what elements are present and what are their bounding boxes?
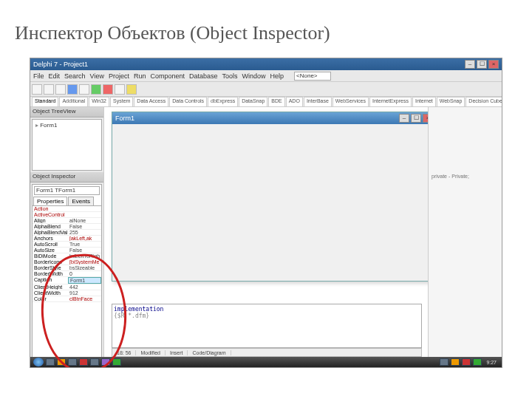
inspector-property-grid[interactable]: ActionActiveControlAlignalNoneAlphaBlend…	[33, 206, 101, 365]
property-value[interactable]: clBtnFace	[68, 296, 101, 301]
tray-icon[interactable]	[473, 358, 482, 366]
form-minimize-icon[interactable]: –	[399, 114, 409, 123]
property-row[interactable]: BorderWidth0	[33, 271, 101, 277]
menu-search[interactable]: Search	[64, 72, 86, 80]
open-icon[interactable]	[44, 84, 54, 95]
tab-decisioncube[interactable]: Decision Cube	[466, 97, 502, 106]
property-row[interactable]: AlphaBlendVal255	[33, 230, 101, 236]
form-design-surface[interactable]	[112, 124, 436, 281]
start-button-icon[interactable]	[33, 358, 44, 366]
property-row[interactable]: BorderIcons[biSystemMe	[33, 259, 101, 265]
tab-webservices[interactable]: WebServices	[332, 97, 369, 106]
property-row[interactable]: ClientWidth912	[33, 290, 101, 296]
close-icon[interactable]: ×	[488, 60, 499, 69]
tab-datacontrols[interactable]: Data Controls	[169, 97, 207, 106]
menu-run[interactable]: Run	[134, 72, 146, 80]
property-value[interactable]	[68, 212, 101, 217]
property-row[interactable]: Action	[33, 206, 101, 212]
tab-websnap[interactable]: WebSnap	[437, 97, 466, 106]
run-icon[interactable]	[91, 84, 101, 95]
tab-dbexpress[interactable]: dbExpress	[208, 97, 238, 106]
tab-inetexpress[interactable]: InternetExpress	[369, 97, 412, 106]
tab-datasnap[interactable]: DataSnap	[239, 97, 267, 106]
tab-additional[interactable]: Additional	[59, 97, 88, 106]
menu-tools[interactable]: Tools	[222, 72, 238, 80]
taskbar-icon[interactable]	[57, 358, 66, 366]
tab-internet[interactable]: Internet	[412, 97, 436, 106]
taskbar-icon[interactable]	[68, 358, 77, 366]
property-value[interactable]: bdLeftToRigh	[68, 253, 101, 259]
save-icon[interactable]	[55, 84, 66, 95]
tab-interbase[interactable]: InterBase	[304, 97, 332, 106]
tray-icon[interactable]	[440, 358, 449, 366]
property-row[interactable]: AlphaBlendFalse	[33, 224, 101, 230]
menu-file[interactable]: File	[33, 72, 44, 80]
code-editor[interactable]: implementation {$R *.dfm}	[112, 304, 422, 348]
taskbar-icon[interactable]	[79, 358, 88, 366]
form-designer-window[interactable]: Form1 – ☐ ×	[112, 112, 437, 282]
tab-properties[interactable]: Properties	[33, 197, 67, 205]
saveall-icon[interactable]	[67, 84, 78, 95]
property-value[interactable]: 0	[68, 271, 101, 276]
property-value[interactable]: Form1	[68, 277, 101, 284]
property-row[interactable]: AutoSizeFalse	[33, 248, 101, 253]
maximize-icon[interactable]: ☐	[477, 60, 487, 69]
property-value[interactable]: bsSizeable	[68, 265, 101, 270]
object-tree[interactable]: Form1	[32, 119, 102, 171]
pause-icon[interactable]	[103, 84, 113, 95]
taskbar-clock: 9:27	[484, 360, 499, 365]
property-row[interactable]: AutoScrollTrue	[33, 242, 101, 248]
tab-system[interactable]: System	[110, 97, 133, 106]
code-keyword: implementation	[114, 306, 163, 313]
status-tab[interactable]: Code/Diagram	[188, 350, 231, 355]
menu-window[interactable]: Window	[242, 72, 266, 80]
taskbar-icon[interactable]	[46, 358, 55, 366]
minimize-icon[interactable]: –	[465, 60, 475, 69]
taskbar-icon[interactable]	[90, 358, 99, 366]
property-row[interactable]: ClientHeight442	[33, 284, 101, 290]
property-row[interactable]: CaptionForm1	[33, 277, 101, 284]
form-titlebar[interactable]: Form1 – ☐ ×	[112, 112, 436, 124]
toggle-icon[interactable]	[126, 84, 137, 95]
property-value[interactable]: 255	[68, 230, 101, 235]
property-value[interactable]: 912	[68, 290, 101, 296]
taskbar-icon[interactable]	[101, 358, 110, 366]
new-icon[interactable]	[32, 84, 42, 95]
project-selector[interactable]: <None>	[294, 72, 331, 81]
tray-icon[interactable]	[462, 358, 471, 366]
tab-standard[interactable]: Standard	[32, 97, 58, 106]
step-icon[interactable]	[115, 84, 125, 95]
menu-help[interactable]: Help	[270, 72, 284, 80]
taskbar-icon[interactable]	[112, 358, 121, 366]
property-value[interactable]: [biSystemMe	[68, 259, 101, 265]
tab-win32[interactable]: Win32	[89, 97, 109, 106]
tab-dataaccess[interactable]: Data Access	[134, 97, 168, 106]
property-row[interactable]: BiDiModebdLeftToRigh	[33, 253, 101, 259]
property-name: Anchors	[33, 236, 68, 241]
property-value[interactable]: True	[68, 242, 101, 247]
property-value[interactable]	[68, 206, 101, 211]
tab-events[interactable]: Events	[68, 197, 93, 205]
property-row[interactable]: AlignalNone	[33, 218, 101, 224]
form-maximize-icon[interactable]: ☐	[411, 114, 421, 123]
property-row[interactable]: BorderStylebsSizeable	[33, 265, 101, 271]
menu-view[interactable]: View	[90, 72, 104, 80]
tree-item-form1[interactable]: Form1	[34, 121, 100, 129]
tray-icon[interactable]	[451, 358, 460, 366]
property-value[interactable]: 442	[68, 284, 101, 290]
menu-component[interactable]: Component	[150, 72, 185, 80]
property-value[interactable]: False	[68, 224, 101, 229]
property-row[interactable]: Anchors[akLeft,ak	[33, 236, 101, 242]
menu-database[interactable]: Database	[189, 72, 218, 80]
property-row[interactable]: ActiveControl	[33, 212, 101, 218]
tab-bde[interactable]: BDE	[268, 97, 284, 106]
property-row[interactable]: ColorclBtnFace	[33, 296, 101, 302]
inspector-component-combo[interactable]: Form1 TForm1	[34, 186, 100, 195]
menu-project[interactable]: Project	[109, 72, 129, 80]
property-value[interactable]: False	[68, 248, 101, 253]
property-value[interactable]: alNone	[68, 218, 101, 223]
property-value[interactable]: [akLeft,ak	[68, 236, 101, 241]
tab-ado[interactable]: ADO	[286, 97, 303, 106]
sep-icon	[79, 84, 89, 95]
menu-edit[interactable]: Edit	[49, 72, 61, 80]
